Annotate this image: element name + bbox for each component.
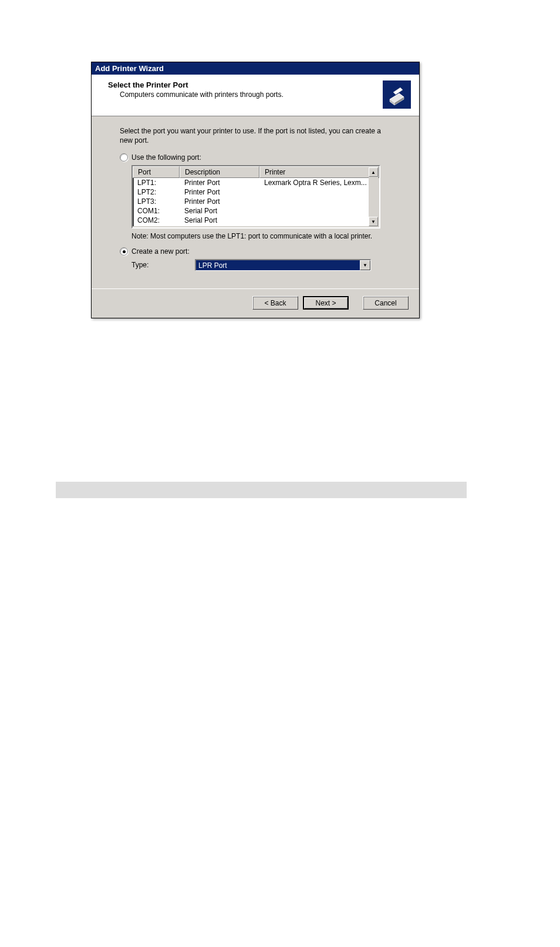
table-row[interactable]: COM1:Serial Port <box>133 206 379 216</box>
radio-use-existing-port[interactable]: Use the following port: <box>120 153 405 162</box>
table-row[interactable]: COM2:Serial Port <box>133 216 379 225</box>
port-type-value: LPR Port <box>198 261 227 270</box>
cell-port: LPT3: <box>133 197 180 206</box>
titlebar: Add Printer Wizard <box>92 62 419 75</box>
table-row[interactable]: COM3:Serial Port <box>133 225 379 226</box>
type-label: Type: <box>131 261 190 269</box>
cell-printer <box>259 187 379 197</box>
scroll-down-icon[interactable]: ▼ <box>369 217 378 226</box>
radio-create-new-label: Create a new port: <box>131 247 190 256</box>
cell-port: COM2: <box>133 216 180 225</box>
port-type-dropdown[interactable]: LPR Port ▼ <box>195 259 371 271</box>
cell-description: Printer Port <box>180 178 259 187</box>
note-text: Note: Most computers use the LPT1: port … <box>131 232 405 240</box>
titlebar-text: Add Printer Wizard <box>95 64 164 73</box>
table-row[interactable]: LPT1:Printer PortLexmark Optra R Series,… <box>133 178 379 187</box>
radio-use-existing-label: Use the following port: <box>131 153 201 162</box>
header-port[interactable]: Port <box>133 166 180 178</box>
cell-description: Serial Port <box>180 216 259 225</box>
cell-printer <box>259 206 379 216</box>
port-listbox[interactable]: Port Description Printer LPT1:Printer Po… <box>131 165 380 229</box>
cell-description: Printer Port <box>180 187 259 197</box>
wizard-buttons: < Back Next > Cancel <box>92 288 419 318</box>
radio-icon <box>120 153 128 162</box>
scrollbar[interactable]: ▲ ▼ <box>369 167 378 226</box>
svg-marker-3 <box>393 88 403 95</box>
radio-icon <box>120 247 128 256</box>
instruction-text: Select the port you want your printer to… <box>120 127 393 145</box>
cell-port: COM3: <box>133 225 180 226</box>
cell-port: LPT2: <box>133 187 180 197</box>
scroll-up-icon[interactable]: ▲ <box>369 167 378 177</box>
header-description[interactable]: Description <box>180 166 259 178</box>
cell-printer <box>259 225 379 226</box>
page-footer-bar <box>56 482 467 498</box>
cell-printer <box>259 197 379 206</box>
cell-description: Serial Port <box>180 225 259 226</box>
radio-create-new-port[interactable]: Create a new port: <box>120 247 405 256</box>
back-button[interactable]: < Back <box>252 296 298 310</box>
next-button[interactable]: Next > <box>303 296 349 310</box>
header-subtitle: Computers communicate with printers thro… <box>120 90 411 99</box>
cell-printer <box>259 216 379 225</box>
add-printer-wizard-dialog: Add Printer Wizard Select the Printer Po… <box>91 62 420 318</box>
cell-port: LPT1: <box>133 178 180 187</box>
cell-printer: Lexmark Optra R Series, Lexm... <box>259 178 379 187</box>
header-title: Select the Printer Port <box>108 80 411 89</box>
wizard-header: Select the Printer Port Computers commun… <box>92 75 419 116</box>
table-row[interactable]: LPT2:Printer Port <box>133 187 379 197</box>
port-type-row: Type: LPR Port ▼ <box>131 259 405 271</box>
port-list-rows: LPT1:Printer PortLexmark Optra R Series,… <box>133 178 379 226</box>
wizard-body: Select the port you want your printer to… <box>92 116 419 276</box>
table-row[interactable]: LPT3:Printer Port <box>133 197 379 206</box>
cancel-button[interactable]: Cancel <box>363 296 409 310</box>
cell-description: Printer Port <box>180 197 259 206</box>
port-list-headers: Port Description Printer <box>133 166 379 178</box>
cell-description: Serial Port <box>180 206 259 216</box>
header-printer[interactable]: Printer <box>259 166 379 178</box>
printer-icon <box>383 80 411 109</box>
cell-port: COM1: <box>133 206 180 216</box>
chevron-down-icon[interactable]: ▼ <box>360 260 370 270</box>
